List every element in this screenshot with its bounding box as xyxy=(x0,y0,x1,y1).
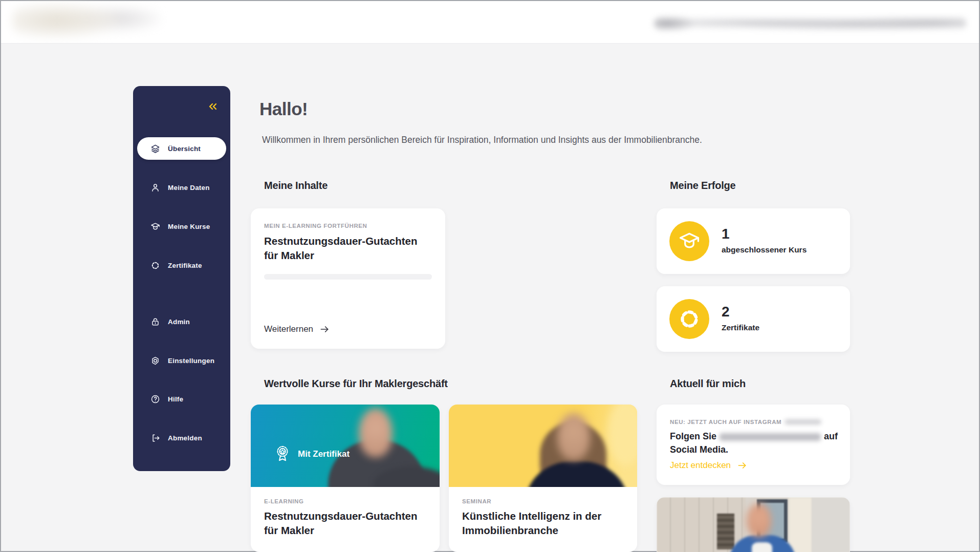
sidebar-item-label: Abmelden xyxy=(168,434,202,442)
top-header-bar xyxy=(1,1,979,44)
section-heading-aktuell: Aktuell für mich xyxy=(670,378,746,390)
background-highlight xyxy=(607,405,637,466)
laurel-wreath-icon xyxy=(150,261,160,270)
graduation-cap-icon xyxy=(669,221,709,261)
graduation-cap-icon xyxy=(150,222,160,231)
stat-label: abgeschlossener Kurs xyxy=(722,245,807,254)
arrow-right-icon xyxy=(737,460,747,471)
elearning-continue-card[interactable]: MEIN E-LEARNING FORTFÜHREN Restnutzungsd… xyxy=(251,208,445,349)
blurred-face xyxy=(557,413,590,460)
card-eyebrow: MEIN E-LEARNING FORTFÜHREN xyxy=(264,223,432,229)
stat-value: 1 xyxy=(722,226,730,242)
card-eyebrow: NEU: JETZT AUCH AUF INSTAGRAM xyxy=(670,419,781,425)
course-category: SEMINAR xyxy=(462,498,624,504)
gear-icon xyxy=(150,356,160,366)
course-card-elearning[interactable]: Mit Zertifikat E-LEARNING Restnutzungsda… xyxy=(251,405,440,552)
blurred-face xyxy=(359,408,393,457)
course-title: Restnutzungsdauer-Gutachten für Makler xyxy=(264,234,423,263)
stat-card-completed-courses[interactable]: 1 abgeschlossener Kurs xyxy=(657,208,850,274)
sidebar-item-label: Admin xyxy=(168,318,190,326)
weiterlernen-link[interactable]: Weiterlernen xyxy=(264,324,330,334)
course-title: Künstliche Intelligenz in der Immobilien… xyxy=(462,509,624,538)
sidebar-item-admin[interactable]: Admin xyxy=(137,310,226,333)
card-eyebrow-row: NEU: JETZT AUCH AUF INSTAGRAM xyxy=(670,419,837,425)
news-photo-card[interactable] xyxy=(657,497,850,552)
course-card-seminar[interactable]: SEMINAR Künstliche Intelligenz in der Im… xyxy=(449,405,637,552)
app-window: Übersicht Meine Daten Meine Kurse xyxy=(0,0,980,552)
wall xyxy=(812,497,850,552)
sidebar-item-zertifikate[interactable]: Zertifikate xyxy=(137,254,226,277)
bright-window xyxy=(789,497,812,552)
sidebar-item-label: Meine Kurse xyxy=(168,223,210,230)
sidebar-collapse-button[interactable] xyxy=(207,100,219,113)
lock-icon xyxy=(150,317,160,327)
stat-card-certificates[interactable]: 2 Zertifikate xyxy=(657,286,850,352)
company-logo-blurred[interactable] xyxy=(12,3,161,38)
sidebar-item-hilfe[interactable]: Hilfe xyxy=(137,388,226,410)
jetzt-entdecken-label: Jetzt entdecken xyxy=(670,460,731,471)
help-circle-icon xyxy=(150,394,160,404)
course-image xyxy=(449,405,637,487)
shelf xyxy=(717,514,734,549)
course-card-body: SEMINAR Künstliche Intelligenz in der Im… xyxy=(449,487,637,549)
card-title: Folgen Sieauf Social Media. xyxy=(670,430,839,456)
badge-label: Mit Zertifikat xyxy=(298,449,350,459)
sidebar-item-meine-daten[interactable]: Meine Daten xyxy=(137,176,226,199)
user-icon xyxy=(150,183,160,193)
stat-label: Zertifikate xyxy=(722,323,759,332)
arrow-right-icon xyxy=(319,324,330,334)
course-image: Mit Zertifikat xyxy=(251,405,440,487)
blurred-person-photo xyxy=(752,542,772,552)
laurel-wreath-icon xyxy=(669,299,709,339)
account-info-blurred xyxy=(654,16,966,31)
chevrons-left-icon xyxy=(207,100,219,113)
page-title: Hallo! xyxy=(259,99,308,119)
section-heading-meine-erfolge: Meine Erfolge xyxy=(670,180,736,192)
blurred-brand-name xyxy=(720,433,821,441)
course-progress-bar xyxy=(264,274,432,280)
office-photo xyxy=(657,497,850,552)
course-card-body: E-LEARNING Restnutzungsdauer-Gutachten f… xyxy=(251,487,440,549)
sidebar-item-label: Hilfe xyxy=(168,395,183,403)
sidebar-item-label: Meine Daten xyxy=(168,184,210,192)
blurred-text-placeholder xyxy=(785,419,821,424)
sidebar-item-einstellungen[interactable]: Einstellungen xyxy=(137,349,226,372)
certificate-badge: Mit Zertifikat xyxy=(274,444,350,464)
section-heading-kurse: Wertvolle Kurse für Ihr Maklergeschäft xyxy=(264,378,448,390)
sidebar-item-label: Übersicht xyxy=(168,145,201,153)
weiterlernen-label: Weiterlernen xyxy=(264,324,313,334)
course-title: Restnutzungsdauer-Gutachten für Makler xyxy=(264,509,426,538)
section-heading-meine-inhalte: Meine Inhalte xyxy=(264,180,328,192)
layers-icon xyxy=(150,144,160,154)
rosette-icon xyxy=(274,444,291,464)
stat-value: 2 xyxy=(722,304,730,320)
sidebar-item-abmelden[interactable]: Abmelden xyxy=(137,427,226,449)
sidebar-item-label: Einstellungen xyxy=(168,357,214,365)
logout-icon xyxy=(150,433,160,443)
jetzt-entdecken-link[interactable]: Jetzt entdecken xyxy=(670,460,837,471)
blurred-face xyxy=(747,503,771,537)
sidebar-item-uebersicht[interactable]: Übersicht xyxy=(137,137,226,160)
sidebar-item-label: Zertifikate xyxy=(168,262,202,269)
welcome-text: Willkommen in Ihrem persönlichen Bereich… xyxy=(262,135,702,145)
workspace: Übersicht Meine Daten Meine Kurse xyxy=(1,44,979,551)
sidebar-item-meine-kurse[interactable]: Meine Kurse xyxy=(137,215,226,238)
social-media-card[interactable]: NEU: JETZT AUCH AUF INSTAGRAM Folgen Sie… xyxy=(657,405,850,485)
course-category: E-LEARNING xyxy=(264,498,426,504)
card-title-prefix: Folgen Sie xyxy=(670,431,716,441)
sidebar-nav: Übersicht Meine Daten Meine Kurse xyxy=(133,86,230,471)
